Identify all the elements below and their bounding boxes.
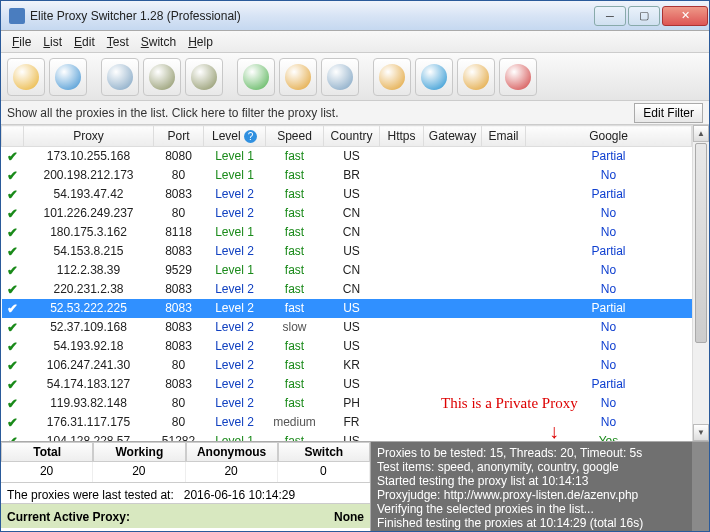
scroll-thumb[interactable] <box>695 143 707 343</box>
cell-country: BR <box>324 166 380 185</box>
close-button[interactable]: ✕ <box>662 6 708 26</box>
check-icon: ✔ <box>7 339 18 354</box>
cell-level: Level 1 <box>204 147 266 166</box>
cell-email <box>482 337 526 356</box>
column-https[interactable]: Https <box>380 126 424 147</box>
cell-google: Partial <box>526 299 692 318</box>
cell-country: US <box>324 375 380 394</box>
vertical-scrollbar[interactable]: ▲ ▼ <box>692 125 709 441</box>
filter-text[interactable]: Show all the proxies in the list. Click … <box>7 106 634 120</box>
table-row[interactable]: ✔101.226.249.23780Level 2fastCNNo <box>2 204 692 223</box>
log-line: Proxyjudge: http://www.proxy-listen.de/a… <box>377 488 703 502</box>
menu-list[interactable]: List <box>37 33 68 51</box>
column-level[interactable]: Level ? <box>204 126 266 147</box>
info-icon[interactable] <box>415 58 453 96</box>
cell-google: No <box>526 280 692 299</box>
globe-icon[interactable] <box>49 58 87 96</box>
cell-https <box>380 337 424 356</box>
table-row[interactable]: ✔54.174.183.1278083Level 2fastUSPartial <box>2 375 692 394</box>
table-row[interactable]: ✔106.247.241.3080Level 2fastKRNo <box>2 356 692 375</box>
add-icon[interactable] <box>237 58 275 96</box>
cell-proxy: 106.247.241.30 <box>24 356 154 375</box>
stopwatch-play-icon[interactable] <box>185 58 223 96</box>
menu-edit[interactable]: Edit <box>68 33 101 51</box>
cell-gateway <box>424 337 482 356</box>
column-country[interactable]: Country <box>324 126 380 147</box>
cell-proxy: 101.226.249.237 <box>24 204 154 223</box>
lock-icon[interactable] <box>457 58 495 96</box>
cell-level: Level 1 <box>204 261 266 280</box>
menu-test[interactable]: Test <box>101 33 135 51</box>
menu-help[interactable]: Help <box>182 33 219 51</box>
table-row[interactable]: ✔104.128.228.5751282Level 1fastUSYes <box>2 432 692 442</box>
column-google[interactable]: Google <box>526 126 692 147</box>
scroll-down-button[interactable]: ▼ <box>693 424 709 441</box>
table-row[interactable]: ✔173.10.255.1688080Level 1fastUSPartial <box>2 147 692 166</box>
log-panel[interactable]: Proxies to be tested: 15, Threads: 20, T… <box>371 442 709 531</box>
server-icon[interactable] <box>101 58 139 96</box>
column-speed[interactable]: Speed <box>266 126 324 147</box>
table-row[interactable]: ✔176.31.117.17580Level 2mediumFRNo <box>2 413 692 432</box>
table-row[interactable]: ✔54.193.47.428083Level 2fastUSPartial <box>2 185 692 204</box>
column-email[interactable]: Email <box>482 126 526 147</box>
log-scrollbar[interactable] <box>692 442 709 531</box>
check-icon: ✔ <box>7 301 18 316</box>
cell-country: CN <box>324 261 380 280</box>
titlebar[interactable]: Elite Proxy Switcher 1.28 (Professional)… <box>1 1 709 31</box>
scroll-up-button[interactable]: ▲ <box>693 125 709 142</box>
cell-https <box>380 242 424 261</box>
column-port[interactable]: Port <box>154 126 204 147</box>
cell-gateway <box>424 318 482 337</box>
table-row[interactable]: ✔220.231.2.388083Level 2fastCNNo <box>2 280 692 299</box>
check-icon: ✔ <box>7 282 18 297</box>
gear-icon[interactable] <box>373 58 411 96</box>
proxy-table-container: ProxyPortLevel ?SpeedCountryHttpsGateway… <box>1 125 709 441</box>
bottom-panel: TotalWorkingAnonymousSwitch 2020200 The … <box>1 441 709 531</box>
column-proxy[interactable]: Proxy <box>24 126 154 147</box>
proxy-table[interactable]: ProxyPortLevel ?SpeedCountryHttpsGateway… <box>1 125 692 441</box>
stat-header-total: Total <box>1 442 93 462</box>
cell-country: US <box>324 147 380 166</box>
power-icon[interactable] <box>499 58 537 96</box>
cell-speed: fast <box>266 166 324 185</box>
cell-email <box>482 204 526 223</box>
cell-google: Partial <box>526 242 692 261</box>
remove-icon[interactable] <box>279 58 317 96</box>
table-row[interactable]: ✔54.193.92.188083Level 2fastUSNo <box>2 337 692 356</box>
table-row[interactable]: ✔112.2.38.399529Level 1fastCNNo <box>2 261 692 280</box>
cell-email <box>482 280 526 299</box>
table-row[interactable]: ✔200.198.212.17380Level 1fastBRNo <box>2 166 692 185</box>
server-edit-icon[interactable] <box>321 58 359 96</box>
column-gateway[interactable]: Gateway <box>424 126 482 147</box>
cell-email <box>482 356 526 375</box>
menu-switch[interactable]: Switch <box>135 33 182 51</box>
cell-port: 8083 <box>154 318 204 337</box>
table-row[interactable]: ✔54.153.8.2158083Level 2fastUSPartial <box>2 242 692 261</box>
menu-file[interactable]: File <box>6 33 37 51</box>
stopwatch-icon[interactable] <box>143 58 181 96</box>
help-icon[interactable]: ? <box>244 130 257 143</box>
cell-country: PH <box>324 394 380 413</box>
cell-level: Level 2 <box>204 185 266 204</box>
table-row[interactable]: ✔119.93.82.14880Level 2fastPHNo <box>2 394 692 413</box>
cell-speed: fast <box>266 432 324 442</box>
check-icon: ✔ <box>7 415 18 430</box>
minimize-button[interactable]: ─ <box>594 6 626 26</box>
folder-icon[interactable] <box>7 58 45 96</box>
cell-https <box>380 356 424 375</box>
last-tested-row: The proxies were last tested at: 2016-06… <box>1 482 370 504</box>
column-check[interactable] <box>2 126 24 147</box>
maximize-button[interactable]: ▢ <box>628 6 660 26</box>
cell-https <box>380 204 424 223</box>
cell-https <box>380 413 424 432</box>
edit-filter-button[interactable]: Edit Filter <box>634 103 703 123</box>
check-icon: ✔ <box>7 149 18 164</box>
cell-port: 8083 <box>154 299 204 318</box>
table-row[interactable]: ✔180.175.3.1628118Level 1fastCNNo <box>2 223 692 242</box>
cell-port: 8118 <box>154 223 204 242</box>
table-row[interactable]: ✔52.53.222.2258083Level 2fastUSPartial <box>2 299 692 318</box>
table-row[interactable]: ✔52.37.109.1688083Level 2slowUSNo <box>2 318 692 337</box>
cell-port: 8083 <box>154 280 204 299</box>
active-proxy-row: Current Active Proxy: None <box>1 504 370 528</box>
cell-proxy: 180.175.3.162 <box>24 223 154 242</box>
